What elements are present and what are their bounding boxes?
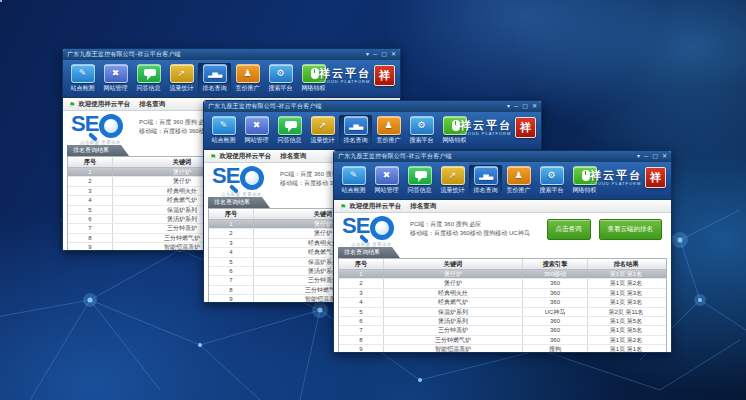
table-cell-engine: UC神马 xyxy=(523,308,588,316)
toolbar-item-glyph: ⚙ xyxy=(547,171,555,180)
toolbar-item-label: 网站管理 xyxy=(245,136,269,145)
toolbar-item-glyph: ↗ xyxy=(449,171,457,180)
toolbar-item-site-manage[interactable]: ✖网站管理 xyxy=(99,63,132,93)
toolbar-item-bid-promo[interactable]: ♟竞价推广 xyxy=(502,165,535,195)
section-title: 排名查询 xyxy=(410,202,436,211)
table-row[interactable]: 8三分钟燃气炉360第1页 第2名 xyxy=(339,336,666,345)
rank-query-icon: ▂▅▃ xyxy=(203,64,227,83)
search-platform-icon: ⚙ xyxy=(540,166,564,185)
flag-icon: ⚑ xyxy=(340,200,346,213)
close-icon[interactable]: ✕ xyxy=(391,49,396,60)
table-row[interactable]: 1煲仔炉360移动第1页 第1名 xyxy=(339,270,666,279)
welcome-text: 欢迎使用祥云平台 xyxy=(78,100,130,109)
toolbar-item-label: 流量统计 xyxy=(311,136,335,145)
toolbar-item-search-platform[interactable]: ⚙搜索平台 xyxy=(264,63,297,93)
maximize-icon[interactable]: ▢ xyxy=(381,49,387,60)
window-title: 广东九磊王监控有限公司-祥云平台客户端 xyxy=(208,101,322,112)
table-cell-no: 6 xyxy=(339,317,384,325)
toolbar-item-rank-query[interactable]: ▂▅▃排名查询 xyxy=(198,63,231,93)
title-bar: 广东九磊王监控有限公司-祥云平台客户端 ▾ ─ ▢ ✕ xyxy=(204,101,541,112)
table-cell-no: 2 xyxy=(68,177,113,185)
toolbar-item-label: 问答信息 xyxy=(137,84,161,93)
toolbar-item-glyph: ✎ xyxy=(350,171,358,180)
toolbar-items: ✎站点检测✖网站管理问答信息↗流量统计▂▅▃排名查询♟竞价推广⚙搜索平台网络特权 xyxy=(337,165,601,195)
menu-arrow-icon[interactable]: ▾ xyxy=(366,49,369,60)
maximize-icon[interactable]: ▢ xyxy=(522,101,528,112)
search-platform-icon: ⚙ xyxy=(410,116,434,135)
toolbar-item-label: 排名查询 xyxy=(474,186,498,195)
table-cell-no: 1 xyxy=(339,270,384,278)
toolbar-item-qa-message[interactable]: 问答信息 xyxy=(403,165,436,195)
table-cell-no: 4 xyxy=(209,248,254,256)
content-area: SE 点击刷新 查看排名 PC端：百度 360 搜狗 必应 移动端：百度移动 3… xyxy=(334,213,671,352)
toolbar-item-traffic-stats[interactable]: ↗流量统计 xyxy=(436,165,469,195)
table-row[interactable]: 9智能恒温蒸炉搜狗第1页 第1名 xyxy=(339,345,666,353)
seo-logo: SE 点击刷新 查看排名 xyxy=(342,215,394,240)
brand-logo: 祥云平台 CLOUD PLATFORM 祥 xyxy=(460,117,536,138)
toolbar-item-bid-promo[interactable]: ♟竞价推广 xyxy=(372,115,405,145)
toolbar-item-site-check[interactable]: ✎站点检测 xyxy=(337,165,370,195)
toolbar-items: ✎站点检测✖网站管理问答信息↗流量统计▂▅▃排名查询♟竞价推广⚙搜索平台网络特权 xyxy=(66,63,330,93)
brand-subname: CLOUD PLATFORM xyxy=(319,79,371,84)
tab-rank-results[interactable]: 排名查询结果 xyxy=(208,197,270,208)
minimize-icon[interactable]: ─ xyxy=(373,49,377,60)
query-button[interactable]: 点击查询 xyxy=(547,219,591,240)
table-cell-engine: 360 xyxy=(523,279,588,287)
front-window: 广东九磊王监控有限公司-祥云平台客户端 ▾ ─ ▢ ✕ ✎站点检测✖网站管理问答… xyxy=(333,150,672,353)
toolbar-item-rank-query[interactable]: ▂▅▃排名查询 xyxy=(339,115,372,145)
toolbar-item-label: 流量统计 xyxy=(441,186,465,195)
flag-icon: ⚑ xyxy=(69,98,75,111)
toolbar-item-label: 搜索平台 xyxy=(410,136,434,145)
toolbar-item-site-check[interactable]: ✎站点检测 xyxy=(207,115,240,145)
table-cell-no: 8 xyxy=(68,234,113,242)
menu-arrow-icon[interactable]: ▾ xyxy=(637,151,640,162)
minimize-icon[interactable]: ─ xyxy=(644,151,648,162)
close-icon[interactable]: ✕ xyxy=(532,101,537,112)
table-row[interactable]: 6煲汤炉系列360第1页 第5名 xyxy=(339,317,666,326)
table-row[interactable]: 7三分钟蒸炉360第1页 第5名 xyxy=(339,326,666,335)
toolbar-item-bid-promo[interactable]: ♟竞价推广 xyxy=(231,63,264,93)
flag-icon: ⚑ xyxy=(210,150,216,163)
table-cell-no: 8 xyxy=(339,336,384,344)
view-cloud-rank-button[interactable]: 查看云端的排名 xyxy=(599,219,663,240)
toolbar-item-search-platform[interactable]: ⚙搜索平台 xyxy=(535,165,568,195)
toolbar-item-rank-query[interactable]: ▂▅▃排名查询 xyxy=(469,165,502,195)
table-row[interactable]: 2煲仔炉360第1页 第2名 xyxy=(339,279,666,288)
toolbar-item-glyph: ▂▅▃ xyxy=(349,122,362,129)
table-cell-no: 3 xyxy=(339,289,384,297)
table-cell-engine: 360 xyxy=(523,326,588,334)
toolbar-item-traffic-stats[interactable]: ↗流量统计 xyxy=(306,115,339,145)
table-cell-no: 2 xyxy=(209,229,254,237)
menu-arrow-icon[interactable]: ▾ xyxy=(507,101,510,112)
starfield xyxy=(0,0,2,2)
toolbar-item-qa-message[interactable]: 问答信息 xyxy=(132,63,165,93)
table-row[interactable]: 4经典燃气炉360第1页 第3名 xyxy=(339,298,666,307)
table-cell-rank: 第1页 第2名 xyxy=(588,336,664,344)
qa-message-icon xyxy=(278,116,302,135)
toolbar-item-label: 问答信息 xyxy=(408,186,432,195)
toolbar-item-search-platform[interactable]: ⚙搜索平台 xyxy=(405,115,438,145)
brand-name: 祥云平台 xyxy=(460,120,512,131)
table-row[interactable]: 5保温炉系列UC神马第2页 第11名 xyxy=(339,308,666,317)
toolbar-item-site-check[interactable]: ✎站点检测 xyxy=(66,63,99,93)
tab-rank-results[interactable]: 排名查询结果 xyxy=(67,145,129,156)
main-toolbar: ✎站点检测✖网站管理问答信息↗流量统计▂▅▃排名查询♟竞价推广⚙搜索平台网络特权… xyxy=(204,112,541,150)
toolbar-item-label: 站点检测 xyxy=(212,136,236,145)
tab-rank-results[interactable]: 排名查询结果 xyxy=(338,247,400,258)
close-icon[interactable]: ✕ xyxy=(662,151,667,162)
table-cell-no: 3 xyxy=(209,239,254,247)
bid-promo-icon: ♟ xyxy=(377,116,401,135)
toolbar-item-site-manage[interactable]: ✖网站管理 xyxy=(370,165,403,195)
brand-seal-icon: 祥 xyxy=(515,117,536,138)
toolbar-item-glyph: ✎ xyxy=(79,69,87,78)
maximize-icon[interactable]: ▢ xyxy=(652,151,658,162)
toolbar-item-traffic-stats[interactable]: ↗流量统计 xyxy=(165,63,198,93)
minimize-icon[interactable]: ─ xyxy=(514,101,518,112)
toolbar-item-qa-message[interactable]: 问答信息 xyxy=(273,115,306,145)
toolbar-item-site-manage[interactable]: ✖网站管理 xyxy=(240,115,273,145)
table-row[interactable]: 3经典明火灶360第1页 第3名 xyxy=(339,289,666,298)
toolbar-item-glyph: ▂▅▃ xyxy=(479,172,492,179)
main-toolbar: ✎站点检测✖网站管理问答信息↗流量统计▂▅▃排名查询♟竞价推广⚙搜索平台网络特权… xyxy=(334,162,671,200)
table-cell-keyword: 智能恒温蒸炉 xyxy=(384,345,523,353)
rank-table: 序号 关键词 搜索引擎 排名结果 1煲仔炉360移动第1页 第1名2煲仔炉360… xyxy=(338,258,667,353)
